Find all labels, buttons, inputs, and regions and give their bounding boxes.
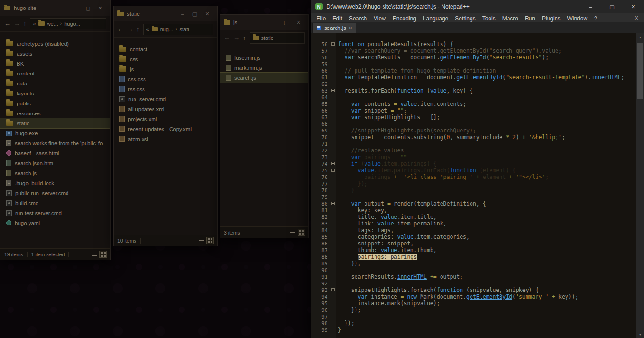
address-bar[interactable]: « we...›hugo... (30, 18, 107, 29)
list-item[interactable]: public (0, 98, 110, 108)
code-line[interactable]: 58 var searchResults = document.getEleme… (311, 54, 636, 61)
code-line[interactable]: 77 }); (311, 180, 636, 187)
address-bar[interactable]: « hug...›stati (143, 24, 214, 35)
code-line[interactable]: 60 // pull template from hugo template d… (311, 67, 636, 74)
list-item[interactable]: hugo.exe (0, 128, 110, 138)
close-button[interactable]: ✕ (94, 5, 106, 11)
code-line[interactable]: 68 (311, 121, 636, 127)
code-line[interactable]: 75 value.item.pairings.forEach(function … (311, 167, 636, 174)
menu-edit[interactable]: Edit (329, 15, 346, 22)
list-item[interactable]: search.js (0, 168, 110, 178)
up-icon[interactable]: ↑ (243, 34, 246, 41)
code-line[interactable]: 99} (311, 327, 636, 333)
menu-tools[interactable]: Tools (479, 15, 499, 22)
fold-collapse-icon[interactable] (331, 169, 335, 172)
code-line[interactable]: 65 var contents = value.item.contents; (311, 101, 636, 107)
code-line[interactable]: 88 pairings: pairings (311, 254, 636, 260)
maximize-button[interactable]: ▢ (189, 11, 201, 17)
code-line[interactable]: 98 }); (311, 320, 636, 327)
list-item[interactable]: run test server.cmd (0, 208, 110, 218)
list-item[interactable]: archetypes (disabled) (0, 38, 110, 48)
code-line[interactable]: 76 pairings += '<li class="pairing ' + e… (311, 174, 636, 180)
window-titlebar[interactable]: hugo-site – ▢ ✕ (0, 0, 110, 16)
code-line[interactable]: 95 instance.mark(snipvalue); (311, 300, 636, 307)
list-item[interactable]: layouts (0, 88, 110, 98)
menu-close-icon[interactable]: X (635, 15, 644, 21)
forward-icon[interactable]: → (127, 26, 133, 33)
list-item[interactable]: run_server.cmd (114, 94, 217, 104)
list-item[interactable]: BK (0, 58, 110, 68)
code-line[interactable]: 94 var instance = new Mark(document.getE… (311, 293, 636, 300)
maximize-button[interactable]: ▢ (280, 19, 292, 26)
code-line[interactable]: 72 //replace values (311, 147, 636, 154)
menu-view[interactable]: View (370, 15, 389, 22)
code-line[interactable]: 74 if (value.item.pairings) { (311, 160, 636, 167)
list-item[interactable]: rss.css (114, 84, 217, 94)
code-line[interactable]: 71 (311, 141, 636, 147)
code-line[interactable]: 69 //snippetHighlights.push(searchQuery)… (311, 127, 636, 134)
code-line[interactable]: 82 title: value.item.title, (311, 214, 636, 220)
fold-collapse-icon[interactable] (331, 42, 335, 46)
code-line[interactable]: 57 //var searchQuery = document.getEleme… (311, 47, 636, 54)
code-line[interactable]: 66 var snippet = ""; (311, 107, 636, 114)
back-icon[interactable]: ← (117, 26, 124, 33)
breadcrumb-item[interactable]: stati (180, 27, 189, 32)
code-line[interactable]: 62 (311, 81, 636, 87)
code-line[interactable]: 96 }); (311, 307, 636, 313)
code-line[interactable]: 81 key: key, (311, 207, 636, 214)
code-line[interactable]: 73 var pairings = "" (311, 154, 636, 160)
code-line[interactable]: 87 thumb: value.item.thumb, (311, 247, 636, 254)
code-line[interactable]: 93 snippetHighlights.forEach(function (s… (311, 287, 636, 293)
code-line[interactable]: 85 categories: value.item.categories, (311, 234, 636, 240)
maximize-button[interactable]: ▢ (601, 0, 623, 13)
list-item[interactable]: build.cmd (0, 198, 110, 208)
menu-encoding[interactable]: Encoding (389, 15, 420, 22)
list-item[interactable]: .hugo_build.lock (0, 178, 110, 188)
up-icon[interactable]: ↑ (136, 26, 140, 33)
menu-search[interactable]: Search (346, 15, 370, 22)
address-bar[interactable]: static (250, 32, 305, 44)
list-item[interactable]: mark.min.js (220, 63, 308, 73)
icons-view-icon[interactable] (100, 251, 106, 257)
list-item[interactable]: projects.xml (114, 114, 217, 124)
code-line[interactable]: 70 snippet = contents.substring(0, summa… (311, 134, 636, 141)
code-line[interactable]: 59 (311, 61, 636, 67)
up-icon[interactable]: ↑ (23, 20, 27, 27)
code-line[interactable]: 90 (311, 267, 636, 273)
details-view-icon[interactable] (198, 237, 205, 244)
code-line[interactable]: 92 (311, 280, 636, 287)
forward-icon[interactable]: → (233, 34, 240, 41)
list-item[interactable]: atom.xsl (114, 134, 217, 144)
code-line[interactable]: 89 }); (311, 260, 636, 267)
code-line[interactable]: 64 (311, 94, 636, 101)
code-line[interactable]: 86 snippet: snippet, (311, 240, 636, 247)
forward-icon[interactable]: → (14, 20, 20, 27)
close-button[interactable]: ✕ (292, 19, 305, 26)
breadcrumb-item[interactable]: static (261, 35, 274, 41)
editor[interactable]: 56function populateResults(results) {57 … (311, 33, 644, 338)
window-titlebar[interactable]: js – ▢ ✕ (220, 15, 308, 30)
list-item[interactable]: baseof - sass.html (0, 148, 110, 158)
list-item[interactable]: assets (0, 48, 110, 58)
list-item[interactable]: search.js (220, 73, 308, 83)
menu-plugins[interactable]: Plugins (538, 15, 564, 22)
close-button[interactable]: ✕ (201, 11, 213, 17)
list-item[interactable]: static (0, 118, 110, 128)
menu-help[interactable]: ? (591, 15, 601, 22)
minimize-button[interactable]: – (268, 19, 280, 26)
maximize-button[interactable]: ▢ (82, 5, 94, 11)
fold-collapse-icon[interactable] (331, 162, 335, 165)
fold-collapse-icon[interactable] (331, 288, 335, 291)
list-item[interactable]: recent-updates - Copy.xml (114, 124, 217, 134)
tab-search-js[interactable]: search.js ✕ (312, 23, 356, 33)
icons-view-icon[interactable] (207, 237, 213, 244)
list-item[interactable]: css.css (114, 74, 217, 84)
menu-run[interactable]: Run (521, 15, 538, 22)
list-item[interactable]: hugo.yaml (0, 218, 110, 228)
fold-collapse-icon[interactable] (331, 89, 335, 92)
code-line[interactable]: 56function populateResults(results) { (311, 41, 636, 47)
menu-file[interactable]: File (313, 15, 329, 22)
window-titlebar[interactable]: static – ▢ ✕ (114, 6, 217, 21)
list-item[interactable]: css (114, 54, 217, 64)
list-item[interactable]: public run_server.cmd (0, 188, 110, 198)
